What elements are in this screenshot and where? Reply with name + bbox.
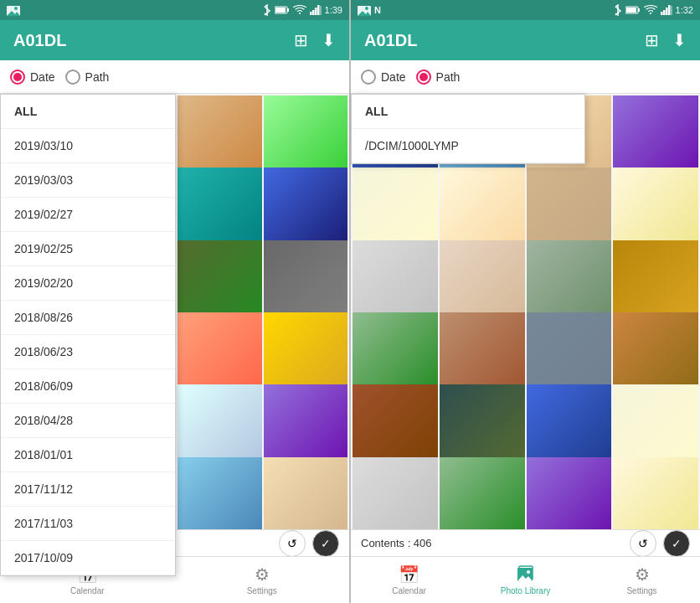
- nav-photo-library-right[interactable]: Photo Library: [467, 557, 584, 603]
- grid-icon-left[interactable]: ⊞: [294, 30, 308, 50]
- svg-rect-21: [668, 5, 671, 15]
- dropdown-item-11[interactable]: 2017/11/12: [1, 472, 175, 507]
- bottom-nav-right: 📅 Calendar Photo Library ⚙ Settings: [351, 556, 700, 603]
- path-label-right: Path: [436, 70, 461, 84]
- status-time-left: 1:39: [325, 5, 342, 15]
- calendar-nav-label-left: Calendar: [70, 586, 105, 595]
- app-bar-left: A01DL ⊞ ⬇: [0, 20, 349, 60]
- svg-rect-9: [317, 5, 320, 15]
- download-icon-right[interactable]: ⬇: [672, 30, 687, 50]
- status-bar-right: N: [351, 0, 700, 20]
- nav-settings-left[interactable]: ⚙ Settings: [175, 557, 350, 603]
- photo-thumb-right-23[interactable]: RAW: [527, 457, 612, 529]
- dropdown-item-12[interactable]: 2017/11/03: [1, 507, 175, 541]
- dropdown-item-path-right[interactable]: /DCIM/1000LYMP: [352, 129, 584, 163]
- app-bar-actions-left: ⊞ ⬇: [294, 30, 336, 50]
- bluetooth-icon-right: [614, 4, 622, 16]
- path-radio-left[interactable]: [65, 70, 80, 85]
- wifi-icon-right: [644, 5, 657, 15]
- refresh-button-right[interactable]: ↺: [630, 530, 656, 557]
- download-icon-left[interactable]: ⬇: [322, 30, 336, 50]
- dropdown-item-1[interactable]: 2019/03/10: [1, 129, 175, 163]
- photo-library-nav-label-right: Photo Library: [501, 586, 550, 595]
- path-radio-group-right[interactable]: Path: [416, 70, 461, 85]
- action-buttons-right: ↺ ✓: [630, 530, 690, 557]
- nav-calendar-right[interactable]: 📅 Calendar: [351, 557, 467, 603]
- calendar-nav-label-right: Calendar: [392, 586, 426, 595]
- dropdown-right: ALL /DCIM/1000LYMP: [351, 94, 585, 164]
- dropdown-item-7[interactable]: 2018/06/23: [1, 335, 175, 369]
- status-bar-right-icons: 1:39: [263, 4, 342, 16]
- svg-rect-16: [626, 8, 636, 13]
- svg-text:N: N: [374, 5, 381, 15]
- dropdown-item-all-left[interactable]: ALL: [1, 95, 175, 129]
- date-radio-group-right[interactable]: Date: [361, 70, 406, 85]
- dropdown-left: ALL 2019/03/10 2019/03/03 2019/02/27 201…: [0, 94, 176, 576]
- filter-bar-left: Date Path: [0, 60, 349, 94]
- svg-rect-19: [663, 10, 666, 15]
- dropdown-item-13[interactable]: 2017/10/09: [1, 541, 175, 575]
- confirm-button-left[interactable]: ✓: [312, 530, 339, 557]
- settings-nav-icon-left: ⚙: [255, 564, 270, 585]
- grid-icon-right[interactable]: ⊞: [645, 30, 659, 50]
- dropdown-item-8[interactable]: 2018/06/09: [1, 369, 175, 404]
- photo-thumb-right-22[interactable]: RAW: [440, 457, 525, 529]
- svg-rect-6: [310, 12, 312, 15]
- photo-thumb-right-21[interactable]: RAW: [353, 457, 438, 529]
- svg-rect-10: [320, 6, 322, 15]
- status-bar-right-left-icons: N: [358, 4, 386, 16]
- date-radio-left[interactable]: [10, 70, 25, 85]
- photo-thumb-right-24[interactable]: RAW: [613, 457, 698, 529]
- app-bar-actions-right: ⊞ ⬇: [645, 30, 687, 50]
- dropdown-item-3[interactable]: 2019/02/27: [1, 198, 175, 232]
- svg-rect-8: [315, 8, 317, 15]
- bluetooth-icon: [263, 4, 271, 16]
- wifi-icon: [293, 5, 306, 15]
- svg-rect-18: [661, 12, 663, 15]
- svg-rect-7: [312, 10, 315, 15]
- date-radio-group-left[interactable]: Date: [10, 70, 55, 85]
- left-panel: 1:39 A01DL ⊞ ⬇ Date Path ALL 2019/03/10 …: [0, 0, 349, 603]
- dropdown-item-9[interactable]: 2018/04/28: [1, 404, 175, 438]
- app-title-right: A01DL: [364, 31, 417, 50]
- svg-rect-17: [638, 8, 640, 12]
- svg-rect-22: [671, 6, 672, 15]
- date-radio-right[interactable]: [361, 70, 376, 85]
- dropdown-item-2[interactable]: 2019/03/03: [1, 163, 175, 198]
- battery-icon: [275, 6, 290, 14]
- app-bar-right: A01DL ⊞ ⬇: [351, 20, 700, 60]
- action-buttons-left: ↺ ✓: [279, 530, 339, 557]
- dropdown-item-5[interactable]: 2019/02/20: [1, 266, 175, 301]
- path-radio-group-left[interactable]: Path: [65, 70, 110, 85]
- battery-icon-right: [625, 6, 641, 14]
- status-bar-left-icons: [7, 4, 20, 16]
- dropdown-item-6[interactable]: 2018/08/26: [1, 301, 175, 335]
- settings-nav-label-left: Settings: [247, 586, 277, 595]
- svg-rect-4: [275, 8, 286, 13]
- path-radio-right[interactable]: [416, 70, 431, 85]
- photo-icon: [7, 4, 20, 16]
- photo-thumb-left-12[interactable]: [264, 457, 348, 529]
- confirm-button-right[interactable]: ✓: [663, 530, 690, 557]
- nav-settings-right[interactable]: ⚙ Settings: [584, 557, 700, 603]
- signal-icon: [310, 5, 322, 15]
- refresh-button-left[interactable]: ↺: [279, 530, 306, 557]
- svg-point-1: [14, 7, 18, 10]
- settings-nav-label-right: Settings: [626, 586, 656, 595]
- right-panel: N: [351, 0, 700, 603]
- app-title-left: A01DL: [13, 31, 66, 50]
- contents-count-right: Contents : 406: [361, 537, 432, 549]
- status-bar-left: 1:39: [0, 0, 349, 20]
- svg-point-12: [365, 7, 368, 10]
- photo-grid-left: RAW RAW RAW RAW RAW: [176, 94, 349, 529]
- photo-thumb-left-11[interactable]: [178, 457, 262, 529]
- path-label-left: Path: [85, 70, 110, 84]
- dropdown-item-4[interactable]: 2019/02/25: [1, 232, 175, 266]
- signal-icon-right: [661, 5, 672, 15]
- dropdown-item-10[interactable]: 2018/01/01: [1, 438, 175, 472]
- photo-icon-right: [358, 4, 371, 16]
- dropdown-item-all-right[interactable]: ALL: [352, 95, 584, 129]
- status-bar-right-right-icons: 1:32: [614, 4, 693, 16]
- svg-point-25: [527, 570, 530, 574]
- filter-bar-right: Date Path: [351, 60, 700, 94]
